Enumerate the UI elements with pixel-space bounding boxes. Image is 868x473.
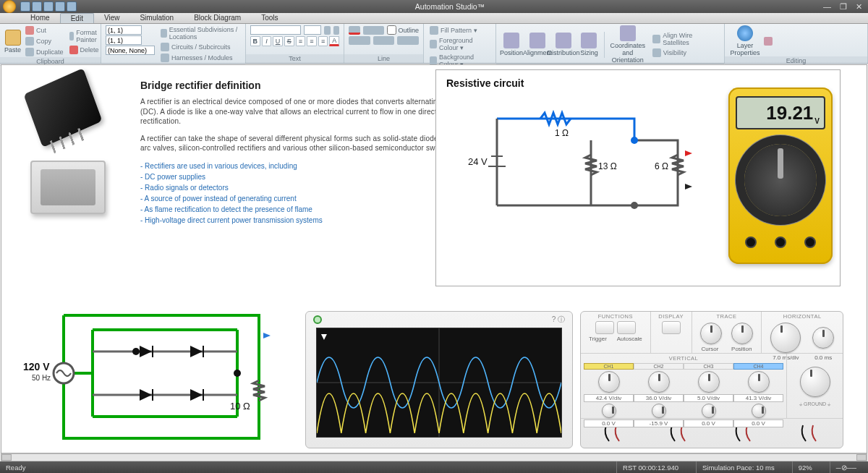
port-com[interactable]: [745, 236, 757, 248]
display-button[interactable]: [662, 321, 681, 334]
scope-screen[interactable]: [316, 328, 562, 438]
outline-checkbox[interactable]: Outline: [387, 25, 419, 35]
harnesses-button[interactable]: Harnesses / Modules: [159, 53, 241, 63]
tab-edit[interactable]: Edit: [60, 13, 94, 23]
ch3-vdiv[interactable]: 5.0 V/div: [684, 394, 733, 402]
coord-2-input[interactable]: [106, 35, 142, 45]
scroll-right-button[interactable]: [856, 454, 867, 461]
cursor-knob[interactable]: [700, 323, 722, 344]
font-grow-icon[interactable]: [324, 26, 331, 35]
ch1-offset-knob[interactable]: [602, 404, 616, 418]
font-shrink-icon[interactable]: [333, 26, 340, 35]
ch3-tab[interactable]: CH3: [684, 363, 733, 370]
ch1-vdiv-knob[interactable]: [598, 371, 620, 393]
coord-3-input[interactable]: [106, 46, 155, 55]
ch1-tab[interactable]: CH1: [584, 363, 634, 370]
font-size-input[interactable]: [304, 25, 321, 35]
line-weight-icon[interactable]: [349, 36, 370, 45]
autoscale-button[interactable]: [617, 321, 636, 334]
underline-button[interactable]: U: [273, 36, 283, 46]
search-icon[interactable]: [764, 37, 773, 46]
qat-btn[interactable]: [32, 1, 42, 12]
minimize-button[interactable]: —: [823, 2, 831, 12]
ch2-offset[interactable]: -15.9 V: [634, 419, 684, 427]
bold-button[interactable]: B: [250, 36, 260, 46]
cut-button[interactable]: Cut: [24, 25, 65, 35]
maximize-button[interactable]: ❐: [840, 2, 847, 12]
trace-position-knob[interactable]: [731, 323, 753, 344]
layer-properties-button[interactable]: Layer Properties: [729, 25, 761, 56]
ch2-vdiv[interactable]: 36.0 V/div: [634, 394, 684, 402]
scope-power-button[interactable]: [313, 315, 322, 324]
line-style-icon[interactable]: [363, 26, 384, 35]
italic-button[interactable]: I: [262, 36, 272, 46]
fill-pattern-button[interactable]: Fill Pattern ▾: [428, 25, 491, 35]
scroll-left-button[interactable]: [1, 454, 12, 461]
svg-marker-10: [190, 389, 203, 401]
ch1-offset[interactable]: 0.0 V: [584, 419, 634, 427]
scope-info-icon[interactable]: ⓘ: [558, 315, 565, 323]
qat-btn[interactable]: [55, 1, 65, 12]
ch4-offset-knob[interactable]: [752, 404, 766, 418]
zoom-slider[interactable]: ─⊘──: [830, 461, 862, 473]
app-icon[interactable]: [3, 0, 16, 13]
circuits-button[interactable]: Circuits / Subcircuits: [159, 42, 241, 52]
font-color-button[interactable]: A: [329, 36, 339, 46]
scope-help-icon[interactable]: ?: [552, 315, 556, 323]
ch3-offset-knob[interactable]: [702, 404, 716, 418]
qat-btn[interactable]: [43, 1, 54, 12]
ch4-offset[interactable]: 0.0 V: [733, 419, 783, 427]
ch4-vdiv[interactable]: 41.3 V/div: [733, 394, 783, 402]
align-center-button[interactable]: ≡: [307, 36, 317, 46]
fg-color-button[interactable]: Foreground Colour ▾: [428, 36, 491, 52]
trigger-button[interactable]: [595, 321, 614, 334]
status-zoom[interactable]: 92%: [792, 461, 818, 473]
copy-button[interactable]: Copy: [24, 36, 65, 46]
coord-orient-button[interactable]: Coordinates and Orientation: [609, 25, 647, 64]
paste-button[interactable]: Paste: [4, 30, 21, 54]
tab-tools[interactable]: Tools: [251, 13, 288, 23]
ch4-vdiv-knob[interactable]: [748, 371, 770, 393]
horiz-offset-knob[interactable]: [812, 327, 834, 349]
timebase-knob[interactable]: [770, 323, 801, 353]
distribution-button[interactable]: Distribution: [553, 33, 574, 56]
align-right-button[interactable]: ≡: [318, 36, 328, 46]
visibility-button[interactable]: Visibility: [651, 48, 720, 58]
format-painter-button[interactable]: Format Painter: [68, 28, 103, 44]
alignment-button[interactable]: Alignment: [527, 33, 548, 56]
font-family-input[interactable]: [250, 25, 301, 35]
tab-block-diagram[interactable]: Block Diagram: [184, 13, 251, 23]
align-wire-button[interactable]: Align Wire Satellites: [651, 31, 720, 47]
line-dash-icon[interactable]: [373, 36, 395, 45]
delete-button[interactable]: Delete: [68, 45, 103, 55]
essential-subdiv-button[interactable]: Essential Subdivisions / Locations: [159, 25, 241, 41]
qat-btn[interactable]: [67, 1, 77, 12]
multimeter-dial[interactable]: [744, 144, 817, 216]
coord-1-input[interactable]: [106, 25, 142, 35]
canvas[interactable]: Bridge rectifier definition A rectifier …: [1, 64, 867, 453]
line-arrow-icon[interactable]: [397, 36, 419, 45]
ch2-vdiv-knob[interactable]: [648, 371, 670, 393]
aux-knob[interactable]: [800, 367, 830, 397]
ch1-vdiv[interactable]: 42.4 V/div: [584, 394, 634, 402]
tab-simulation[interactable]: Simulation: [129, 13, 184, 23]
tab-view[interactable]: View: [94, 13, 130, 23]
position-button[interactable]: Position: [501, 33, 522, 56]
duplicate-button[interactable]: Duplicate: [24, 47, 65, 57]
ch3-vdiv-knob[interactable]: [698, 371, 720, 393]
align-left-button[interactable]: ≡: [296, 36, 306, 46]
ch4-tab[interactable]: CH4: [733, 363, 783, 370]
multimeter[interactable]: 19.21V: [728, 88, 833, 264]
port-a[interactable]: [804, 236, 816, 248]
ch2-tab[interactable]: CH2: [634, 363, 684, 370]
ch2-offset-knob[interactable]: [652, 404, 666, 418]
close-button[interactable]: ✕: [856, 2, 862, 12]
ch3-offset[interactable]: 0.0 V: [684, 419, 733, 427]
port-v[interactable]: [775, 236, 786, 248]
strike-button[interactable]: S: [284, 36, 294, 46]
line-color-icon[interactable]: [349, 26, 360, 35]
tab-home[interactable]: Home: [20, 13, 60, 23]
sizing-button[interactable]: Sizing: [579, 33, 600, 56]
qat-btn[interactable]: [20, 1, 30, 12]
horizontal-scrollbar[interactable]: [1, 453, 867, 461]
